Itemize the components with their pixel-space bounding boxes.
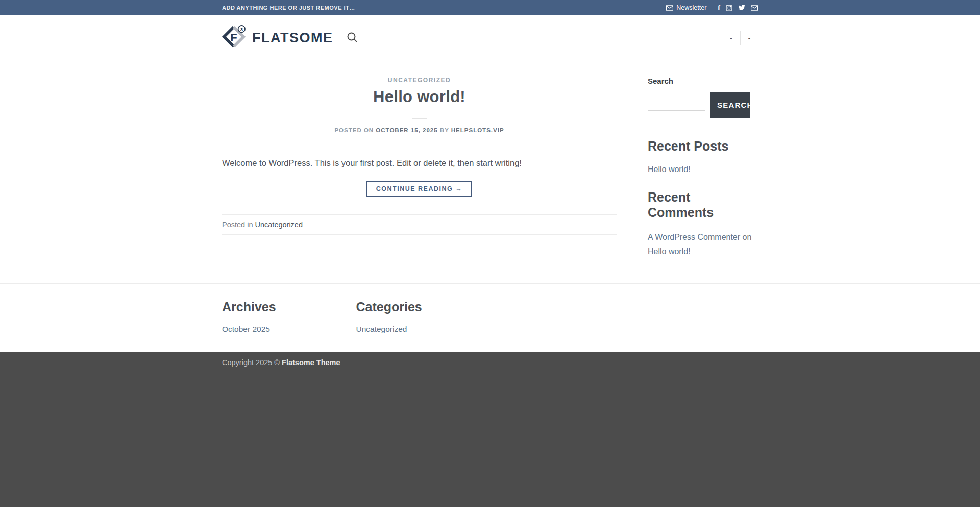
social-icons: f xyxy=(718,5,758,11)
comment-author-link[interactable]: A WordPress Commenter xyxy=(648,233,740,242)
footer-col-categories: Categories Uncategorized xyxy=(356,299,491,334)
site-logo[interactable]: F 3 FLATSOME xyxy=(222,25,333,51)
post-author-link[interactable]: HELPSLOTS.VIP xyxy=(451,127,504,133)
archives-link[interactable]: October 2025 xyxy=(222,325,270,334)
post-article: UNCATEGORIZED Hello world! POSTED ON OCT… xyxy=(222,77,632,274)
flatsome-diamond-icon: F 3 xyxy=(222,25,246,51)
top-bar: ADD ANYTHING HERE OR JUST REMOVE IT… New… xyxy=(0,0,980,15)
instagram-icon[interactable] xyxy=(726,5,732,11)
nav-item-1[interactable]: - xyxy=(722,34,740,42)
footer-col-empty-2 xyxy=(624,299,758,334)
recent-comments-title: Recent Comments xyxy=(648,189,758,220)
svg-text:3: 3 xyxy=(240,27,243,32)
post-divider-bottom xyxy=(222,234,617,235)
nav-item-2[interactable]: - xyxy=(741,34,758,42)
newsletter-link[interactable]: Newsletter xyxy=(666,4,706,11)
newsletter-label: Newsletter xyxy=(676,4,706,11)
archives-title: Archives xyxy=(222,299,356,315)
copyright-brand: Flatsome Theme xyxy=(282,358,340,367)
search-icon xyxy=(347,32,358,44)
logo-wordmark: FLATSOME xyxy=(252,30,333,46)
absolute-footer: Copyright 2025 © Flatsome Theme xyxy=(0,352,980,507)
search-widget: SEARCH xyxy=(648,92,758,118)
post-excerpt: Welcome to WordPress. This is your first… xyxy=(222,157,617,170)
recent-posts-title: Recent Posts xyxy=(648,138,758,154)
comment-post-link[interactable]: Hello world! xyxy=(648,247,691,256)
sidebar-search-input[interactable] xyxy=(648,92,705,111)
post-meta: POSTED ON OCTOBER 15, 2025 BY HELPSLOTS.… xyxy=(222,127,617,133)
continue-reading-button[interactable]: CONTINUE READING → xyxy=(366,181,472,197)
footer-widgets: Archives October 2025 Categories Uncateg… xyxy=(0,283,980,352)
recent-post-link[interactable]: Hello world! xyxy=(648,165,691,174)
envelope-icon xyxy=(666,5,673,11)
main-content: UNCATEGORIZED Hello world! POSTED ON OCT… xyxy=(0,60,980,283)
header-search-button[interactable] xyxy=(347,32,358,44)
topbar-right: Newsletter f xyxy=(666,4,758,11)
twitter-icon[interactable] xyxy=(738,5,745,11)
email-icon[interactable] xyxy=(751,5,758,11)
post-title-link[interactable]: Hello world! xyxy=(222,88,617,106)
facebook-icon[interactable]: f xyxy=(718,5,720,11)
title-divider xyxy=(412,118,427,119)
by-label: BY xyxy=(440,127,449,133)
categories-title: Categories xyxy=(356,299,491,315)
header-nav: - - xyxy=(722,31,758,45)
comment-connector: on xyxy=(743,233,752,242)
sidebar-search-button[interactable]: SEARCH xyxy=(710,92,750,118)
categories-link[interactable]: Uncategorized xyxy=(356,325,407,334)
recent-post-item: Hello world! xyxy=(648,165,758,174)
posted-on-label: POSTED ON xyxy=(334,127,374,133)
posted-in-line: Posted in Uncategorized xyxy=(222,215,617,234)
footer-col-empty-1 xyxy=(490,299,624,334)
svg-text:F: F xyxy=(230,31,237,44)
sidebar: Search SEARCH Recent Posts Hello world! … xyxy=(632,77,758,274)
copyright-line: Copyright 2025 © Flatsome Theme xyxy=(222,352,758,367)
search-widget-title: Search xyxy=(648,77,758,85)
topbar-message: ADD ANYTHING HERE OR JUST REMOVE IT… xyxy=(222,5,355,11)
posted-in-category-link[interactable]: Uncategorized xyxy=(255,221,303,229)
recent-comment-item: A WordPress Commenter on Hello world! xyxy=(648,230,758,259)
posted-in-label: Posted in xyxy=(222,221,253,229)
post-category-link[interactable]: UNCATEGORIZED xyxy=(222,77,617,84)
copyright-text: Copyright 2025 © xyxy=(222,358,282,367)
footer-col-archives: Archives October 2025 xyxy=(222,299,356,334)
post-date-link[interactable]: OCTOBER 15, 2025 xyxy=(376,127,437,133)
site-header: F 3 FLATSOME - - xyxy=(0,15,980,60)
